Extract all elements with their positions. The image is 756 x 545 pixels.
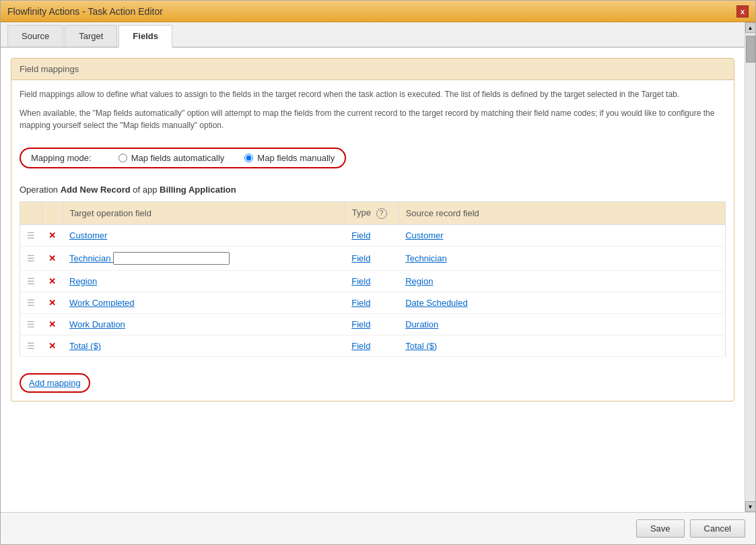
section-header: Field mappings [11, 59, 734, 80]
tab-bar: Source Target Fields [1, 22, 755, 48]
drag-handle[interactable]: ☰ [20, 313, 42, 335]
scroll-thumb[interactable] [746, 36, 755, 63]
help-icon[interactable]: ? [376, 208, 387, 219]
drag-handle[interactable]: ☰ [20, 270, 42, 292]
delete-icon-5[interactable]: ✕ [48, 341, 56, 351]
table-row: ☰ ✕ Total ($) Field Total ($) [20, 335, 726, 356]
mapping-table: Target operation field Type ? Source rec… [20, 201, 726, 357]
operation-text: Operation Add New Record of app Billing … [20, 185, 726, 195]
cancel-button[interactable]: Cancel [690, 519, 745, 538]
target-field-link-4[interactable]: Work Duration [69, 319, 125, 329]
target-field-link-2[interactable]: Region [69, 276, 97, 286]
radio-auto[interactable]: Map fields automatically [118, 153, 225, 163]
table-row: ☰ ✕ Technician Field Technician [20, 246, 726, 270]
dialog-title: Flowfinity Actions - Task Action Editor [7, 6, 163, 17]
type-cell: Field [345, 313, 399, 335]
delete-icon-3[interactable]: ✕ [48, 298, 56, 308]
target-field-cell: Work Duration [63, 313, 345, 335]
type-link-2[interactable]: Field [351, 276, 370, 286]
th-drag [20, 202, 42, 225]
type-cell: Field [345, 224, 399, 246]
target-field-link-1[interactable]: Technician [69, 253, 230, 263]
delete-cell: ✕ [42, 224, 63, 246]
target-field-cell: Total ($) [63, 335, 345, 356]
source-field-link-3[interactable]: Date Scheduled [405, 298, 468, 308]
section-body: Field mappings allow to define what valu… [11, 80, 734, 401]
type-cell: Field [345, 335, 399, 356]
target-field-link-5[interactable]: Total ($) [69, 341, 101, 351]
type-link-0[interactable]: Field [351, 230, 370, 241]
description-1: Field mappings allow to define what valu… [20, 88, 726, 100]
type-link-1[interactable]: Field [351, 253, 370, 263]
type-link-4[interactable]: Field [351, 319, 370, 329]
table-row: ☰ ✕ Work Duration Field Duration [20, 313, 726, 335]
source-field-cell: Total ($) [399, 335, 725, 356]
th-delete [42, 202, 63, 225]
target-field-link-0[interactable]: Customer [69, 230, 107, 241]
add-mapping-container: Add mapping [20, 365, 726, 393]
scroll-up-arrow[interactable]: ▲ [745, 22, 756, 33]
source-field-link-4[interactable]: Duration [405, 319, 438, 329]
radio-auto-input[interactable] [118, 154, 127, 162]
tab-source[interactable]: Source [7, 25, 63, 46]
type-link-5[interactable]: Field [351, 341, 370, 351]
table-row: ☰ ✕ Work Completed Field Date Scheduled [20, 292, 726, 313]
delete-cell: ✕ [42, 292, 63, 313]
source-field-link-2[interactable]: Region [405, 276, 433, 286]
type-link-3[interactable]: Field [351, 298, 370, 308]
tab-target[interactable]: Target [65, 25, 117, 46]
target-field-cell: Region [63, 270, 345, 292]
th-type: Type ? [345, 202, 399, 225]
target-field-cell: Technician [63, 246, 345, 270]
delete-cell: ✕ [42, 246, 63, 270]
source-field-cell: Region [399, 270, 725, 292]
save-button[interactable]: Save [636, 519, 685, 538]
target-field-link-3[interactable]: Work Completed [69, 298, 135, 308]
radio-manual[interactable]: Map fields manually [244, 153, 335, 163]
dialog-titlebar: Flowfinity Actions - Task Action Editor … [1, 1, 755, 22]
app-name: Billing Application [160, 185, 236, 195]
operation-name: Add New Record [61, 185, 131, 195]
delete-icon-1[interactable]: ✕ [48, 253, 56, 263]
th-target: Target operation field [63, 202, 345, 225]
scrollbar[interactable]: ▲ ▼ [745, 22, 755, 512]
source-field-link-0[interactable]: Customer [405, 230, 443, 241]
table-row: ☰ ✕ Customer Field Customer [20, 224, 726, 246]
source-field-cell: Date Scheduled [399, 292, 725, 313]
mapping-mode-label: Mapping mode: [31, 153, 92, 163]
dialog-container: Flowfinity Actions - Task Action Editor … [0, 0, 756, 545]
mapping-mode-row: Mapping mode: Map fields automatically M… [20, 148, 346, 168]
drag-handle[interactable]: ☰ [20, 246, 42, 270]
source-field-cell: Duration [399, 313, 725, 335]
mapping-mode-container: Mapping mode: Map fields automatically M… [20, 139, 726, 177]
scroll-down-arrow[interactable]: ▼ [745, 501, 756, 512]
th-source: Source record field [399, 202, 725, 225]
delete-icon-4[interactable]: ✕ [48, 319, 56, 329]
source-field-link-1[interactable]: Technician [405, 253, 446, 263]
dialog-footer: Save Cancel [1, 512, 755, 544]
add-mapping-button[interactable]: Add mapping [20, 373, 90, 393]
source-field-cell: Customer [399, 224, 725, 246]
tab-fields[interactable]: Fields [118, 25, 172, 48]
description-2: When available, the "Map fields automati… [20, 107, 726, 131]
type-cell: Field [345, 246, 399, 270]
drag-handle[interactable]: ☰ [20, 292, 42, 313]
delete-icon-0[interactable]: ✕ [48, 230, 56, 241]
delete-cell: ✕ [42, 313, 63, 335]
radio-manual-input[interactable] [244, 154, 253, 162]
target-field-cell: Customer [63, 224, 345, 246]
type-cell: Field [345, 270, 399, 292]
type-cell: Field [345, 292, 399, 313]
delete-cell: ✕ [42, 335, 63, 356]
table-row: ☰ ✕ Region Field Region [20, 270, 726, 292]
target-field-cell: Work Completed [63, 292, 345, 313]
source-field-cell: Technician [399, 246, 725, 270]
dialog-body: Field mappings Field mappings allow to d… [1, 48, 745, 512]
drag-handle[interactable]: ☰ [20, 335, 42, 356]
delete-cell: ✕ [42, 270, 63, 292]
field-mappings-section: Field mappings Field mappings allow to d… [11, 58, 734, 402]
source-field-link-5[interactable]: Total ($) [405, 341, 437, 351]
close-button[interactable]: x [736, 5, 749, 18]
drag-handle[interactable]: ☰ [20, 224, 42, 246]
delete-icon-2[interactable]: ✕ [48, 276, 56, 286]
